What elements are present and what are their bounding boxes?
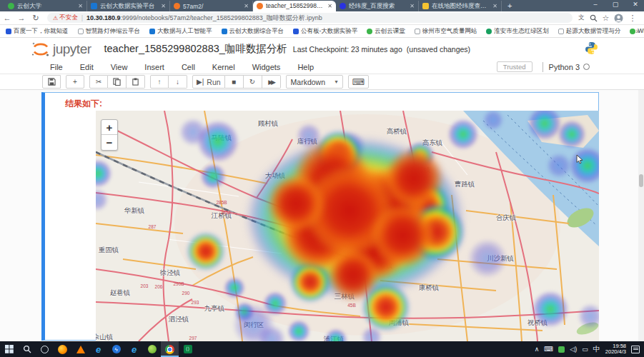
bookmark-item[interactable]: 淮安市生态红绿区划 <box>486 27 549 36</box>
restart-button[interactable]: ↻ <box>244 75 262 89</box>
move-down-button[interactable]: ↓ <box>169 75 187 89</box>
cut-cell-button[interactable]: ✂ <box>89 75 108 89</box>
menu-cell[interactable]: Cell <box>173 63 204 71</box>
tab-close-icon[interactable]: ✕ <box>78 3 83 9</box>
tab-close-icon[interactable]: ✕ <box>244 3 249 9</box>
heat-blob <box>267 175 325 232</box>
notebook-title[interactable]: teacher_1585299802883_咖啡数据分析 <box>104 42 287 56</box>
window-close-button[interactable]: ✕ <box>631 1 640 8</box>
g360-glyph <box>148 345 157 353</box>
menu-file[interactable]: File <box>41 63 71 71</box>
firefox-icon[interactable] <box>54 341 71 357</box>
hidden-icons-chevron[interactable]: ∧ <box>535 346 540 353</box>
bookmark-label: 徐州市空气质量网站 <box>422 27 477 36</box>
back-button[interactable]: ← <box>0 14 14 22</box>
jupyter-logo[interactable]: jupyter <box>31 41 91 58</box>
copy-cell-button[interactable] <box>108 75 127 89</box>
kernel-divider <box>543 62 543 72</box>
button-glyph: ▶| <box>197 78 204 86</box>
devtools-icon[interactable]: ⟨⟩ <box>179 341 197 357</box>
heat-blob <box>407 203 465 261</box>
save-button[interactable] <box>42 75 61 89</box>
bookmark-item[interactable]: 智慧路灯伸缩云平台 <box>78 27 141 36</box>
tab-title: teacher_1585299802883_咖啡数据分析 <box>266 2 325 11</box>
zoom-page-icon[interactable] <box>590 14 598 22</box>
bookmark-item[interactable]: 起源大数据管理与分 <box>558 27 621 36</box>
menu-view[interactable]: View <box>102 63 137 71</box>
volume-icon[interactable]: ◁) <box>570 346 577 353</box>
scrollbar-thumb[interactable] <box>639 174 643 187</box>
desktop-screen: 云创大学✕云创大数据实验平台✕57am2/✕teacher_1585299802… <box>0 0 644 357</box>
app-360-icon[interactable] <box>143 341 161 357</box>
move-up-button[interactable]: ↑ <box>150 75 169 89</box>
heat-blob <box>234 302 254 322</box>
menu-help[interactable]: Help <box>289 63 322 71</box>
browser-tab[interactable]: 经纬度_百度搜索✕ <box>336 1 419 11</box>
bookmark-item[interactable]: 云创云课堂 <box>367 27 405 36</box>
browser-menu-icon[interactable]: ⋮ <box>628 14 636 23</box>
cortana-button[interactable] <box>36 341 54 357</box>
menu-widgets[interactable]: Widgets <box>244 63 289 71</box>
cell-type-select[interactable]: Markdown ▾ <box>286 75 343 89</box>
browser-tab[interactable]: 在线地图经纬度查询 — 经纬度✕ <box>419 1 502 11</box>
kernel-name: Python 3 <box>549 63 580 71</box>
tab-title: 经纬度_百度搜索 <box>349 2 407 11</box>
ie-icon[interactable]: e <box>89 341 107 357</box>
ime-indicator[interactable]: 中 <box>593 344 600 354</box>
zoom-in-button[interactable]: + <box>101 120 117 135</box>
flash-icon[interactable]: ϟ <box>107 341 125 357</box>
fav-bo <box>91 3 97 9</box>
edge-icon[interactable]: e <box>125 341 143 357</box>
bookmark-favicon <box>78 29 84 34</box>
green-app-tray-icon[interactable] <box>558 346 565 353</box>
browser-tab[interactable]: 云创大数据实验平台✕ <box>87 1 170 11</box>
menu-insert[interactable]: Insert <box>136 63 173 71</box>
tab-close-icon[interactable]: ✕ <box>410 3 415 9</box>
browser-tab[interactable]: 云创大学✕ <box>4 1 87 11</box>
start-button[interactable] <box>0 341 18 357</box>
profile-avatar[interactable] <box>614 14 623 23</box>
reload-button[interactable]: ↻ <box>29 14 43 23</box>
forward-button[interactable]: → <box>14 14 29 22</box>
new-tab-button[interactable]: + <box>507 1 512 10</box>
fav-green <box>8 3 14 9</box>
bookmark-item[interactable]: 大数据与人工智能平 <box>149 27 212 36</box>
menu-edit[interactable]: Edit <box>71 63 102 71</box>
keyboard-tray-icon[interactable]: ⌨ <box>544 346 553 353</box>
paste-cell-button[interactable] <box>127 75 145 89</box>
search-button[interactable] <box>18 341 36 357</box>
run-button[interactable]: ▶|Run <box>192 75 225 89</box>
window-minimize-button[interactable]: – <box>591 1 600 8</box>
selected-markdown-cell[interactable]: 结果如下: <box>41 92 599 341</box>
url-field[interactable]: ⚠ 不安全 | 10.30.180.9:9999/notebooks/57am2… <box>47 13 573 23</box>
bookmark-star-icon[interactable]: ☆ <box>603 14 610 23</box>
translate-icon[interactable]: 文 <box>578 14 585 22</box>
stop-button[interactable]: ■ <box>225 75 244 89</box>
command-palette-button[interactable]: ⌨ <box>348 75 369 89</box>
notification-center-icon[interactable] <box>631 346 640 353</box>
bookmark-item[interactable]: 百度一下，你就知道 <box>6 27 69 36</box>
browser-tab[interactable]: 57am2/✕ <box>170 1 253 11</box>
network-display-icon[interactable]: ▭ <box>582 346 588 353</box>
tab-close-icon[interactable]: ✕ <box>161 3 166 9</box>
vlc-icon[interactable] <box>71 341 89 357</box>
window-maximize-button[interactable]: ▢ <box>611 1 620 8</box>
bookmarks-overflow-chevron[interactable]: » <box>635 27 640 35</box>
bookmark-item[interactable]: 徐州市空气质量网站 <box>415 27 477 36</box>
bookmark-item[interactable]: 云创大数据综合平台 <box>222 27 284 36</box>
heatmap-output[interactable]: 马陆镇顾村镇庙行镇大场镇华新镇江桥镇重固镇徐泾镇赵巷镇泗泾镇佘山镇九亭镇闵行区高… <box>96 111 599 341</box>
browser-tab[interactable]: teacher_1585299802883_咖啡数据分析✕ <box>253 1 336 11</box>
tab-close-icon[interactable]: ✕ <box>327 3 332 9</box>
taskbar-clock[interactable]: 19:58 2020/4/3 <box>605 343 626 355</box>
add-cell-button[interactable]: + <box>66 75 84 89</box>
zoom-out-button[interactable]: − <box>101 135 117 150</box>
menu-kernel[interactable]: Kernel <box>204 63 244 71</box>
bookmark-label: 起源大数据管理与分 <box>566 27 621 36</box>
chrome-icon[interactable] <box>161 341 179 357</box>
page-scrollbar[interactable] <box>638 90 644 341</box>
fastforward-button[interactable]: ▶▶ <box>262 75 281 89</box>
bookmark-item[interactable]: 公有板-大数据实验平 <box>293 27 357 36</box>
tab-close-icon[interactable]: ✕ <box>492 3 497 9</box>
button-glyph: ■ <box>232 78 236 86</box>
heat-blob <box>335 131 366 162</box>
